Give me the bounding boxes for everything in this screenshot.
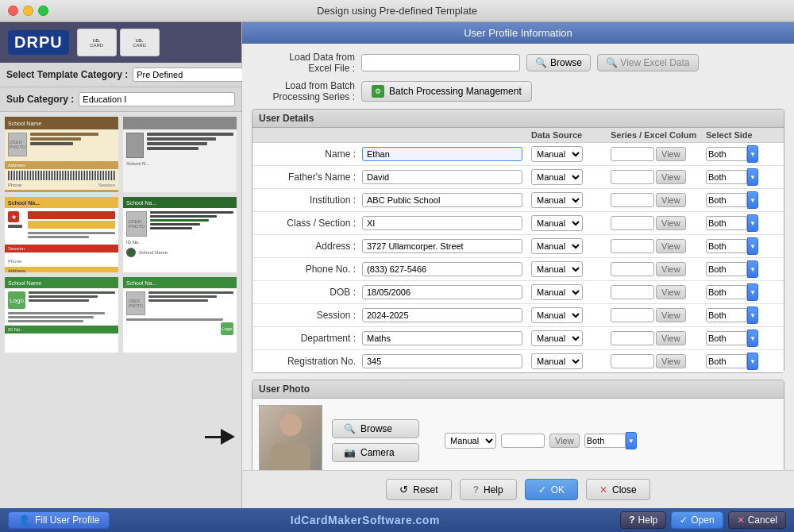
photo-camera-button[interactable]: 📷 Camera bbox=[332, 443, 419, 462]
address-both-dropdown[interactable]: ▼ bbox=[747, 237, 758, 255]
address-view-btn[interactable]: View bbox=[656, 239, 686, 253]
help-button[interactable]: ? Help bbox=[460, 479, 517, 500]
dob-input[interactable] bbox=[362, 285, 522, 299]
header-value bbox=[362, 130, 531, 140]
session-input[interactable] bbox=[362, 308, 522, 322]
dob-series-input[interactable] bbox=[611, 285, 654, 299]
fill-user-profile-button[interactable]: 👤 Fill User Profile bbox=[8, 511, 110, 529]
logo-card-1: I.D. CARD bbox=[77, 29, 117, 56]
registration-datasource-select[interactable]: Manual bbox=[531, 353, 583, 369]
session-view-btn[interactable]: View bbox=[656, 308, 686, 322]
institution-series-input[interactable] bbox=[611, 193, 654, 207]
institution-both-input[interactable] bbox=[706, 193, 747, 207]
header-data-source: Data Source bbox=[531, 130, 611, 140]
name-view-btn[interactable]: View bbox=[656, 147, 686, 161]
father-both-dropdown[interactable]: ▼ bbox=[747, 168, 758, 186]
name-both-input[interactable] bbox=[706, 147, 747, 161]
registration-input[interactable] bbox=[362, 354, 522, 368]
father-input[interactable] bbox=[362, 170, 522, 184]
field-row-name: Name : Manual View ▼ bbox=[252, 143, 784, 166]
father-both-input[interactable] bbox=[706, 170, 747, 184]
class-series-input[interactable] bbox=[611, 216, 654, 230]
dob-both-dropdown[interactable]: ▼ bbox=[747, 283, 758, 301]
father-datasource-select[interactable]: Manual bbox=[531, 169, 583, 185]
template-category-input[interactable] bbox=[133, 67, 250, 82]
photo-both-input[interactable] bbox=[584, 434, 626, 448]
close-dialog-button[interactable]: ✕ Close bbox=[586, 479, 650, 500]
template-card-4[interactable]: School Na... USERPHOTO ID No. School Nam… bbox=[123, 197, 237, 272]
photo-datasource-select[interactable]: Manual bbox=[445, 433, 496, 449]
institution-input[interactable] bbox=[362, 193, 522, 207]
session-both-dropdown[interactable]: ▼ bbox=[747, 306, 758, 324]
class-both-input[interactable] bbox=[706, 216, 747, 230]
close-button[interactable] bbox=[8, 6, 18, 16]
sub-category-input[interactable] bbox=[79, 92, 235, 106]
father-view-btn[interactable]: View bbox=[656, 170, 686, 184]
template-card-2[interactable]: School N... bbox=[123, 117, 237, 192]
session-series: View bbox=[611, 308, 706, 322]
phone-datasource-select[interactable]: Manual bbox=[531, 261, 583, 277]
name-datasource-select[interactable]: Manual bbox=[531, 146, 583, 162]
batch-row: Load from Batch Processing Series : ⚙ Ba… bbox=[252, 80, 784, 102]
class-datasource-select[interactable]: Manual bbox=[531, 215, 583, 231]
registration-both-input[interactable] bbox=[706, 354, 747, 368]
department-both-input[interactable] bbox=[706, 331, 747, 345]
phone-both-dropdown[interactable]: ▼ bbox=[747, 260, 758, 278]
maximize-button[interactable] bbox=[38, 6, 48, 16]
address-input[interactable] bbox=[362, 239, 522, 253]
address-datasource-select[interactable]: Manual bbox=[531, 238, 583, 254]
bottom-open-button[interactable]: ✓ Open bbox=[671, 511, 723, 529]
phone-series-input[interactable] bbox=[611, 262, 654, 276]
session-both-input[interactable] bbox=[706, 308, 747, 322]
department-series-input[interactable] bbox=[611, 331, 654, 345]
template-card-1[interactable]: School Name USERPHOTO Address Phone Sess… bbox=[5, 117, 118, 192]
name-series-input[interactable] bbox=[611, 147, 654, 161]
department-input[interactable] bbox=[362, 331, 522, 345]
photo-browse-button[interactable]: 🔍 Browse bbox=[332, 419, 419, 438]
dob-both-input[interactable] bbox=[706, 285, 747, 299]
phone-both-input[interactable] bbox=[706, 262, 747, 276]
name-input[interactable] bbox=[362, 147, 522, 161]
photo-series-input[interactable] bbox=[501, 434, 545, 448]
registration-series-input[interactable] bbox=[611, 354, 654, 368]
class-both-dropdown[interactable]: ▼ bbox=[747, 214, 758, 232]
template-card-3[interactable]: School Na... ★ Session bbox=[5, 197, 118, 272]
reset-button[interactable]: ↺ Reset bbox=[386, 479, 451, 500]
view-excel-button[interactable]: 🔍 View Excel Data bbox=[597, 54, 699, 71]
field-row-father: Father's Name : Manual View ▼ bbox=[252, 166, 784, 189]
department-datasource-select[interactable]: Manual bbox=[531, 330, 583, 346]
registration-both-dropdown[interactable]: ▼ bbox=[747, 353, 758, 370]
department-view-btn[interactable]: View bbox=[656, 331, 686, 345]
photo-view-btn[interactable]: View bbox=[549, 434, 580, 448]
department-both-dropdown[interactable]: ▼ bbox=[747, 330, 758, 347]
field-row-address: Address : Manual View ▼ bbox=[252, 235, 784, 258]
class-input[interactable] bbox=[362, 216, 522, 230]
batch-processing-button[interactable]: ⚙ Batch Processing Management bbox=[361, 81, 532, 102]
institution-datasource-select[interactable]: Manual bbox=[531, 192, 583, 208]
minimize-button[interactable] bbox=[23, 6, 33, 16]
dob-view-btn[interactable]: View bbox=[656, 285, 686, 299]
class-view-btn[interactable]: View bbox=[656, 216, 686, 230]
institution-view-btn[interactable]: View bbox=[656, 193, 686, 207]
session-series-input[interactable] bbox=[611, 308, 654, 322]
bottom-cancel-button[interactable]: ✕ Cancel bbox=[728, 511, 786, 529]
header-select-side: Select Side bbox=[706, 130, 777, 140]
registration-view-btn[interactable]: View bbox=[656, 354, 686, 368]
address-both-input[interactable] bbox=[706, 239, 747, 253]
phone-view-btn[interactable]: View bbox=[656, 262, 686, 276]
phone-input[interactable] bbox=[362, 262, 522, 276]
excel-file-input[interactable] bbox=[361, 54, 520, 71]
address-series-input[interactable] bbox=[611, 239, 654, 253]
bottom-help-label: Help bbox=[638, 515, 658, 526]
bottom-help-button[interactable]: ? Help bbox=[620, 511, 666, 529]
browse-excel-button[interactable]: 🔍 Browse bbox=[526, 54, 591, 71]
session-datasource-select[interactable]: Manual bbox=[531, 307, 583, 323]
dob-datasource-select[interactable]: Manual bbox=[531, 284, 583, 300]
father-series-input[interactable] bbox=[611, 170, 654, 184]
institution-both-dropdown[interactable]: ▼ bbox=[747, 191, 758, 209]
name-both-dropdown[interactable]: ▼ bbox=[747, 145, 758, 163]
template-card-6[interactable]: School Na... USERPHOTO Logo bbox=[123, 277, 237, 353]
template-card-5[interactable]: School Name Logo ID No. bbox=[5, 277, 118, 353]
ok-button[interactable]: ✓ OK bbox=[525, 479, 578, 500]
photo-both-dropdown[interactable]: ▼ bbox=[626, 432, 637, 449]
